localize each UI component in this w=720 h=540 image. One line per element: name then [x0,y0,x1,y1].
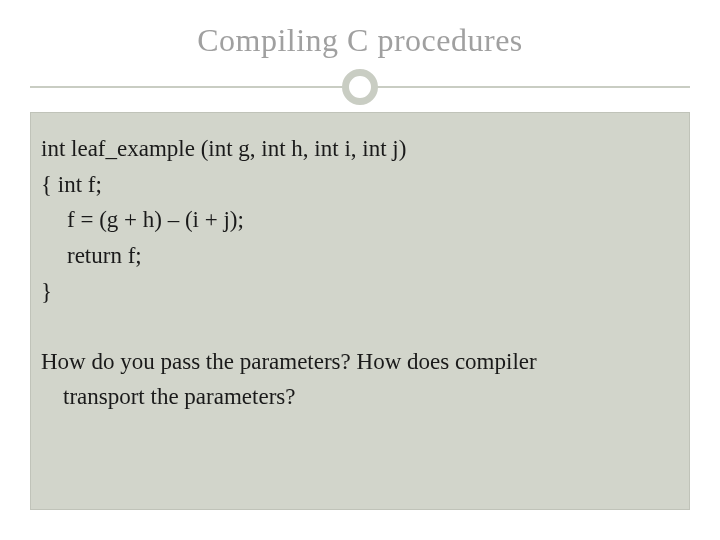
question-line-2: transport the parameters? [41,384,295,409]
slide: Compiling C procedures int leaf_example … [0,0,720,540]
code-line-4: return f; [41,238,679,274]
code-line-1: int leaf_example (int g, int h, int i, i… [41,131,679,167]
circle-decoration [342,69,378,105]
code-line-3: f = (g + h) – (i + j); [41,202,679,238]
title-area: Compiling C procedures [0,0,720,102]
question-text: How do you pass the parameters? How does… [41,345,679,414]
question-line-1: How do you pass the parameters? How does… [41,349,537,374]
slide-title: Compiling C procedures [0,22,720,59]
content-box: int leaf_example (int g, int h, int i, i… [30,112,690,510]
code-line-5: } [41,274,679,310]
code-line-2: { int f; [41,167,679,203]
